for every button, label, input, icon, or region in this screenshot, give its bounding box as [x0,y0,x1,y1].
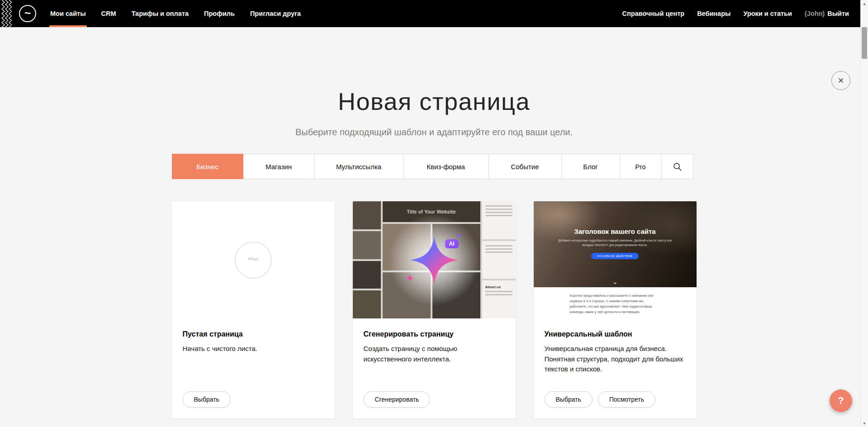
card-actions: Сгенерировать [364,391,431,408]
collage-left-column [353,201,381,318]
tab-pro[interactable]: Pro [620,154,662,179]
tab-label: Событие [511,163,539,171]
tab-label: Квиз-форма [427,163,465,171]
template-card-universal: Заголовок вашего сайта Добавьте интересн… [534,201,697,418]
secondary-nav: Справочный центр Вебинары Уроки и статьи… [616,0,855,27]
card-title: Сгенерировать страницу [364,330,505,338]
card-description: Создать страницу с помощью искусственног… [364,344,505,364]
tab-store[interactable]: Магазин [243,154,315,179]
universal-template-preview[interactable]: Заголовок вашего сайта Добавьте интересн… [534,201,697,318]
tab-label: Бизнес [196,163,218,171]
ai-template-preview[interactable]: Title of Your Website About us [353,201,516,318]
scrollbar-down-arrow[interactable]: ▼ [861,420,868,427]
help-icon: ? [838,395,844,406]
template-category-tabs: Бизнес Магазин Мультиссылка Квиз-форма С… [172,154,697,179]
page-title: Новая страница [0,89,868,114]
preview-body-text: Коротко представьтесь и расскажите о ком… [534,287,697,318]
preview-cta-button: основное действие [591,253,639,259]
preview-hero-section: Заголовок вашего сайта Добавьте интересн… [534,201,697,287]
card-body: Сгенерировать страницу Создать страницу … [353,318,516,364]
card-title: Пустая страница [183,330,324,338]
tab-multilink[interactable]: Мультиссылка [314,154,403,179]
scrollbar-thumb[interactable] [862,27,867,59]
tab-label: Pro [635,163,645,171]
close-button[interactable]: ✕ [831,71,850,90]
scrollbar-up-arrow[interactable]: ▲ [861,0,868,7]
tilda-watermark-icon: ~ [235,242,272,279]
tilda-watermark-glyph: ~ [247,247,259,271]
small-sparkle-pink-icon [405,274,414,283]
search-icon [673,162,682,171]
nav-item-pricing[interactable]: Тарифы и оплата [124,0,196,27]
preview-heading: Заголовок вашего сайта [534,201,697,235]
tab-label: Магазин [266,163,292,171]
nav-label: Вебинары [697,10,730,17]
card-body: Пустая страница Начать с чистого листа. [172,318,335,354]
top-navbar: ~ Мои сайты CRM Тарифы и оплата Профиль … [0,0,868,27]
ai-badge: AI [445,239,459,248]
card-body: Универсальный шаблон Универсальная стран… [534,318,697,375]
tilda-logo-glyph: ~ [24,7,31,19]
tab-event[interactable]: Событие [489,154,562,179]
generate-button[interactable]: Сгенерировать [364,391,431,408]
nav-label: Уроки и статьи [743,10,792,17]
main-nav: Мои сайты CRM Тарифы и оплата Профиль Пр… [43,0,308,27]
small-sparkle-purple-icon [456,232,462,238]
tab-label: Блог [583,163,598,171]
tab-business[interactable]: Бизнес [172,154,243,179]
card-description: Универсальная страница для бизнеса. Поня… [545,344,686,375]
collage-about-label: About us [485,285,512,289]
tab-label: Мультиссылка [336,163,381,171]
vertical-scrollbar[interactable]: ▲ ▼ [860,0,868,427]
nav-label: Профиль [204,10,235,17]
card-description: Начать с чистого листа. [183,344,324,354]
nav-item-webinars[interactable]: Вебинары [691,0,737,27]
card-title: Универсальный шаблон [545,330,686,338]
preview-subtext: Добавьте интересные подробности о вашей … [556,238,674,248]
blank-template-preview[interactable]: ~ [172,201,335,318]
card-actions: Выбрать Посмотреть [545,391,656,408]
tab-blog[interactable]: Блог [561,154,620,179]
nav-item-help-center[interactable]: Справочный центр [616,0,691,27]
nav-item-lessons[interactable]: Уроки и статьи [737,0,798,27]
logout-label: Выйти [827,10,849,17]
select-button[interactable]: Выбрать [545,391,593,408]
view-button[interactable]: Посмотреть [598,391,655,408]
nav-item-profile[interactable]: Профиль [196,0,242,27]
nav-item-invite-friend[interactable]: Пригласи друга [242,0,308,27]
page-subtitle: Выберите подходящий шаблон и адаптируйте… [0,127,868,138]
nav-label: Мои сайты [50,10,86,17]
user-name: (John) [805,10,825,17]
tab-quiz-form[interactable]: Квиз-форма [403,154,489,179]
zigzag-pattern-decoration [0,0,12,27]
nav-label: Пригласи друга [250,10,301,17]
collage-right-column: About us [482,201,516,318]
user-logout[interactable]: (John) Выйти [798,0,855,27]
template-card-blank: ~ Пустая страница Начать с чистого листа… [172,201,335,418]
select-button[interactable]: Выбрать [183,391,231,408]
tab-search[interactable] [661,154,693,179]
close-icon: ✕ [838,76,844,85]
new-page-modal: ✕ Новая страница Выберите подходящий шаб… [0,27,868,427]
template-cards-grid: ~ Пустая страница Начать с чистого листа… [172,201,697,418]
template-card-ai-generate: Title of Your Website About us [353,201,516,418]
tilda-logo[interactable]: ~ [19,5,36,22]
help-button[interactable]: ? [830,389,852,412]
chevron-down-icon: ⌄ [534,278,697,285]
nav-label: Справочный центр [622,10,685,17]
nav-item-crm[interactable]: CRM [94,0,124,27]
card-actions: Выбрать [183,391,231,408]
nav-label: Тарифы и оплата [132,10,189,17]
nav-item-my-sites[interactable]: Мои сайты [43,0,94,27]
nav-label: CRM [101,10,116,17]
